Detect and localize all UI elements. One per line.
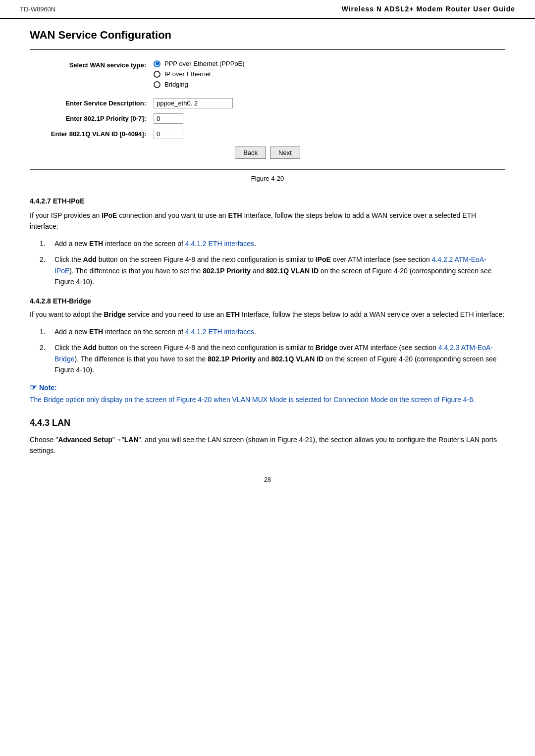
button-row: Back Next — [45, 147, 490, 159]
service-desc-label: Enter Service Description: — [45, 98, 154, 107]
list-content-428-2: Click the Add button on the screen Figur… — [54, 342, 505, 375]
radio-bridging[interactable]: Bridging — [154, 81, 490, 88]
section-428: 4.4.2.8 ETH-Bridge If you want to adopt … — [30, 297, 505, 375]
priority-value — [154, 113, 490, 124]
section-443-text: Choose "Advanced Setup"→"LAN", and you w… — [30, 434, 505, 456]
next-button[interactable]: Next — [270, 147, 300, 159]
priority-label: Enter 802.1P Priority [0-7]: — [45, 113, 154, 122]
list-item-428-1: 1. Add a new ETH interface on the screen… — [40, 326, 505, 337]
note-label: ☞ Note: — [30, 383, 505, 392]
priority-row: Enter 802.1P Priority [0-7]: — [45, 113, 490, 124]
radio-pppoe-label: PPP over Ethernet (PPPoE) — [164, 60, 245, 67]
list-content-428-1: Add a new ETH interface on the screen of… — [54, 326, 505, 337]
figure-caption: Figure 4-20 — [30, 175, 505, 182]
section-427-intro: If your ISP provides an IPoE connection … — [30, 210, 505, 232]
priority-input[interactable] — [154, 113, 183, 124]
ipoe-bold-2: IPoE — [316, 255, 331, 263]
ipoe-bold: IPoE — [102, 211, 117, 219]
section-428-list: 1. Add a new ETH interface on the screen… — [40, 326, 505, 376]
bridge-bold-2: Bridge — [316, 344, 337, 352]
list-item-428-2: 2. Click the Add button on the screen Fi… — [40, 342, 505, 375]
section-443: 4.4.3 LAN Choose "Advanced Setup"→"LAN",… — [30, 418, 505, 456]
vlan-bold-1: 802.1Q VLAN ID — [266, 267, 319, 275]
priority-bold-1: 802.1P Priority — [203, 267, 251, 275]
radio-ipoe[interactable]: IP over Ethernet — [154, 70, 490, 78]
list-num-428-2: 2. — [40, 342, 50, 375]
note-text: The Bridge option only display on the sc… — [30, 394, 505, 405]
service-type-row: Select WAN service type: PPP over Ethern… — [45, 60, 490, 93]
radio-ipoe-circle[interactable] — [154, 71, 160, 78]
vlan-bold-2: 802.1Q VLAN ID — [271, 355, 323, 363]
eth-bold-2: ETH — [89, 240, 103, 248]
lan-bold: LAN — [124, 436, 139, 444]
eth-interfaces-link-2[interactable]: 4.4.1.2 ETH interfaces — [185, 328, 254, 336]
eth-bold-4: ETH — [89, 328, 103, 336]
list-num-427-1: 1. — [40, 238, 50, 249]
note-section: ☞ Note: The Bridge option only display o… — [30, 383, 505, 405]
wan-config-title: WAN Service Configuration — [30, 29, 505, 42]
wan-config-section: WAN Service Configuration Select WAN ser… — [30, 29, 505, 182]
main-content: WAN Service Configuration Select WAN ser… — [0, 29, 535, 456]
add-bold-1: Add — [83, 255, 97, 263]
note-label-text: Note: — [39, 384, 57, 392]
add-bold-2: Add — [83, 344, 97, 352]
service-desc-input[interactable] — [154, 98, 233, 108]
vlan-row: Enter 802.1Q VLAN ID [0-4094]: — [45, 129, 490, 139]
radio-pppoe-circle[interactable] — [154, 60, 160, 67]
header-title: Wireless N ADSL2+ Modem Router User Guid… — [342, 5, 515, 13]
radio-pppoe[interactable]: PPP over Ethernet (PPPoE) — [154, 60, 490, 67]
advanced-setup-bold: Advanced Setup — [58, 436, 112, 444]
wan-config-box: Select WAN service type: PPP over Ethern… — [30, 49, 505, 170]
list-num-428-1: 1. — [40, 326, 50, 337]
radio-bridging-circle[interactable] — [154, 81, 160, 88]
list-content-427-1: Add a new ETH interface on the screen of… — [54, 238, 505, 249]
vlan-value — [154, 129, 490, 139]
service-type-label: Select WAN service type: — [45, 60, 154, 69]
section-443-heading: 4.4.3 LAN — [30, 418, 505, 428]
list-content-427-2: Click the Add button on the screen Figur… — [54, 254, 505, 287]
page-number: 28 — [264, 476, 271, 483]
page-header: TD-W8960N Wireless N ADSL2+ Modem Router… — [0, 0, 535, 19]
section-428-heading: 4.4.2.8 ETH-Bridge — [30, 297, 505, 305]
section-428-intro: If you want to adopt the Bridge service … — [30, 309, 505, 320]
list-item-427-2: 2. Click the Add button on the screen Fi… — [40, 254, 505, 287]
list-item-427-1: 1. Add a new ETH interface on the screen… — [40, 238, 505, 249]
radio-bridging-label: Bridging — [164, 81, 188, 88]
vlan-label: Enter 802.1Q VLAN ID [0-4094]: — [45, 129, 154, 138]
section-427: 4.4.2.7 ETH-IPoE If your ISP provides an… — [30, 197, 505, 287]
page-footer: 28 — [0, 476, 535, 493]
list-num-427-2: 2. — [40, 254, 50, 287]
service-desc-row: Enter Service Description: — [45, 98, 490, 108]
radio-ipoe-label: IP over Ethernet — [164, 70, 211, 78]
eth-interfaces-link-1[interactable]: 4.4.1.2 ETH interfaces — [185, 240, 254, 248]
service-desc-value — [154, 98, 490, 108]
vlan-input[interactable] — [154, 129, 183, 139]
header-model: TD-W8960N — [20, 5, 55, 13]
section-427-heading: 4.4.2.7 ETH-IPoE — [30, 197, 505, 205]
eth-bold-1: ETH — [228, 211, 242, 219]
bridge-bold-1: Bridge — [104, 310, 125, 318]
section-427-list: 1. Add a new ETH interface on the screen… — [40, 238, 505, 288]
service-type-options: PPP over Ethernet (PPPoE) IP over Ethern… — [154, 60, 490, 93]
back-button[interactable]: Back — [235, 147, 266, 159]
priority-bold-2: 802.1P Priority — [208, 355, 256, 363]
radio-group: PPP over Ethernet (PPPoE) IP over Ethern… — [154, 60, 490, 88]
note-icon: ☞ — [30, 383, 37, 392]
eth-bold-3: ETH — [226, 310, 240, 318]
